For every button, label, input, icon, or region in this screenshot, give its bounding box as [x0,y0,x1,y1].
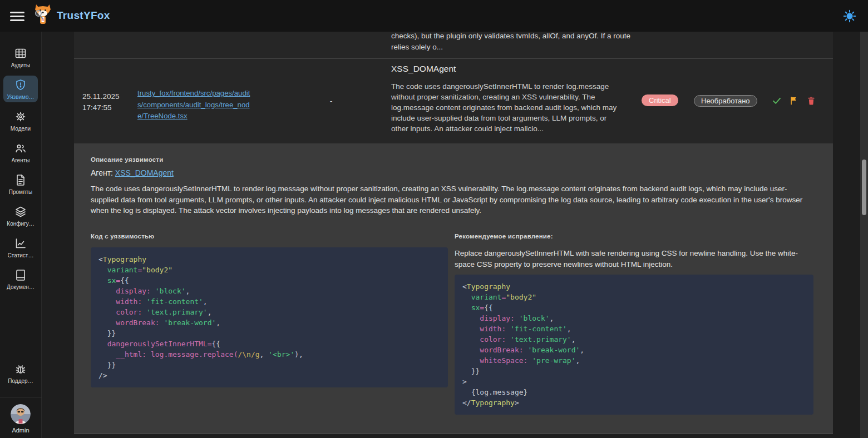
table-row[interactable]: 25.11.2025 17:47:55 trusty_fox/frontend/… [74,59,833,143]
layers-icon [14,205,27,218]
fix-recommendation-text: Replace dangerouslySetInnerHTML with saf… [455,248,815,270]
sidebar-item-models[interactable]: Модели [3,107,38,134]
vulnerable-code-block: <Typography variant="body2" sx={{ displa… [91,247,448,387]
scrollbar-track[interactable] [860,32,868,438]
document-icon [14,173,27,187]
approve-check-icon[interactable] [772,96,782,106]
gear-icon [14,110,27,123]
agent-line: Агент: XSS_DOMAgent [91,168,174,177]
vulnerabilities-table: checks), but the plugin only validates t… [74,32,833,434]
severity-badge: Critical [642,94,678,106]
sidebar-item-label: Конфигу… [7,221,34,227]
sidebar-item-vulnerabilities[interactable]: Уязвимо… [3,76,38,102]
agent-name: XSS_DOMAgent [391,63,622,75]
user-menu[interactable]: Admin [11,404,31,434]
admin-avatar[interactable] [11,404,31,424]
file-path-link[interactable]: trusty_fox/frontend/src/pages/audits/com… [137,88,253,122]
table-icon [14,47,27,60]
table-row-partial[interactable]: checks), but the plugin only validates t… [74,32,833,58]
book-icon [14,268,27,282]
flag-icon[interactable] [789,96,799,106]
menu-hamburger-icon[interactable] [10,9,24,22]
shield-alert-icon [14,78,27,92]
delete-trash-icon[interactable] [806,96,816,106]
partial-description: checks), but the plugin only validates t… [391,31,630,52]
sidebar-item-support[interactable]: Поддер… [3,360,38,386]
description-cell: XSS_DOMAgent The code uses dangerouslySe… [391,63,622,134]
empty-cell: - [324,97,338,106]
vuln-code-label: Код с уязвимостью [91,233,154,240]
status-badge: Необработано [694,95,757,107]
theme-toggle-sun-icon[interactable] [842,9,857,23]
sidebar-item-label: Уязвимо… [7,94,34,100]
vulnerability-detail-panel: Описание уязвимости Агент: XSS_DOMAgent … [74,143,833,434]
sidebar-item-config[interactable]: Конфигу… [3,202,38,229]
sidebar-item-label: Промпты [9,189,32,195]
topbar: 8 TrustYFox [0,0,868,32]
sidebar-item-agents[interactable]: Агенты [3,139,38,166]
row-actions [772,96,816,106]
sidebar-divider [0,397,42,397]
sidebar: Аудиты Уязвимо… Модели Агенты Промпты Ко… [0,32,42,438]
sidebar-item-label: Агенты [12,157,30,163]
user-name: Admin [12,427,29,434]
fix-label: Рекомендуемое исправление: [455,233,553,240]
bug-icon [14,362,27,376]
sidebar-item-label: Докумен… [7,284,34,290]
chart-icon [14,237,27,250]
sidebar-item-prompts[interactable]: Промпты [3,171,38,197]
sidebar-item-label: Аудиты [11,62,30,68]
detail-title: Описание уязвимости [91,156,163,163]
app-title: TrustYFox [57,9,110,22]
sidebar-item-statistics[interactable]: Статист… [3,234,38,261]
timestamp-cell: 25.11.2025 17:47:55 [82,91,134,113]
vulnerability-summary: The code uses dangerouslySetInnerHTML to… [391,81,622,134]
scrollbar-thumb[interactable] [862,160,866,215]
sidebar-item-audits[interactable]: Аудиты [3,44,38,71]
agent-link[interactable]: XSS_DOMAgent [115,168,174,177]
sidebar-item-label: Статист… [8,252,34,258]
sidebar-item-documentation[interactable]: Докумен… [3,266,38,292]
detail-description: The code uses dangerouslySetInnerHTML to… [91,183,807,216]
trustyfox-logo-icon: 8 [32,4,53,28]
people-icon [14,142,27,155]
sidebar-item-label: Поддер… [8,378,33,384]
sidebar-item-label: Модели [11,126,31,132]
fixed-code-block: <Typography variant="body2" sx={{ displa… [455,275,813,415]
main-content: checks), but the plugin only validates t… [42,32,868,438]
